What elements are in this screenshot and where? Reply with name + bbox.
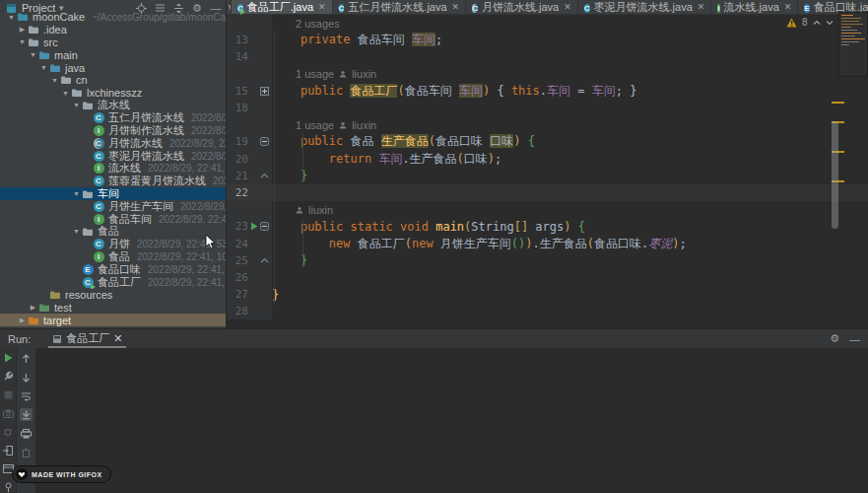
fold-minus-icon[interactable] bbox=[260, 222, 269, 231]
code-line-22[interactable]: 22 bbox=[227, 184, 868, 201]
tree-item-moonCake[interactable]: ▼moonCake~/AccessGroup/gitlab/moonCake bbox=[0, 11, 226, 24]
tree-item-食品口味[interactable]: E食品口味2022/8/29, 22:41, 145 B 6 mi bbox=[0, 263, 226, 276]
tree-item-cn[interactable]: ▼cn bbox=[0, 74, 226, 87]
tree-item-label: moonCake bbox=[33, 11, 85, 23]
hide-icon[interactable]: — bbox=[849, 333, 860, 345]
run-config-tab[interactable]: 食品工厂 ✕ bbox=[48, 329, 126, 348]
bug-icon[interactable] bbox=[2, 426, 15, 438]
pin-icon[interactable] bbox=[2, 481, 15, 493]
tree-item-月饼生产车间[interactable]: C月饼生产车间2022/8/29, 22:41, 89 bbox=[0, 200, 226, 213]
next-warning-icon[interactable] bbox=[826, 20, 834, 26]
scroll-end-icon[interactable] bbox=[20, 408, 33, 421]
code-line-28[interactable]: 28 bbox=[227, 303, 868, 319]
close-icon[interactable]: ✕ bbox=[698, 2, 705, 12]
fold-end-icon[interactable] bbox=[260, 173, 269, 178]
tree-item-食品[interactable]: ▼食品 bbox=[0, 226, 226, 239]
tree-item-target[interactable]: ▶target bbox=[0, 314, 226, 326]
enum-icon: E bbox=[83, 264, 94, 275]
tree-item-车间[interactable]: ▼车间 bbox=[0, 187, 226, 200]
clear-icon[interactable] bbox=[20, 446, 33, 458]
chevron-down-icon[interactable]: ▼ bbox=[60, 90, 71, 97]
tree-item-.idea[interactable]: ▶.idea bbox=[0, 24, 226, 36]
code-token: .生产食品 bbox=[402, 152, 456, 166]
code-line-23[interactable]: 23 public static void main(String[] args… bbox=[227, 218, 868, 235]
chevron-right-icon[interactable]: ▶ bbox=[17, 317, 28, 324]
wrench-icon[interactable] bbox=[2, 371, 15, 383]
gear-icon[interactable]: ⚙ bbox=[830, 332, 839, 345]
tree-item-src[interactable]: ▼src bbox=[0, 36, 226, 49]
tree-item-莲蓉蛋黄月饼流水线[interactable]: C莲蓉蛋黄月饼流水线2022/8/29, 2 bbox=[0, 175, 226, 187]
stop-icon[interactable] bbox=[2, 389, 15, 401]
code-line-15[interactable]: 15 public 食品工厂(食品车间 车间) { this.车间 = 车间; … bbox=[227, 83, 868, 100]
editor-scrollbar[interactable] bbox=[832, 121, 838, 229]
chevron-down-icon[interactable]: ▼ bbox=[71, 190, 82, 197]
run-gutter-icon[interactable] bbox=[250, 222, 258, 231]
down-icon[interactable] bbox=[20, 371, 33, 384]
tree-item-枣泥月饼流水线[interactable]: C枣泥月饼流水线2022/8/29, 22:41, bbox=[0, 150, 226, 163]
tree-item-main[interactable]: ▼main bbox=[0, 48, 226, 61]
close-icon[interactable]: ✕ bbox=[113, 332, 122, 345]
inlay-hint-row[interactable]: liuxin bbox=[227, 201, 868, 218]
tree-item-食品车间[interactable]: I食品车间2022/8/29, 22:41, 231 B 3 bbox=[0, 213, 226, 226]
chevron-down-icon[interactable]: ▼ bbox=[71, 102, 82, 108]
rerun-icon[interactable] bbox=[2, 352, 15, 364]
chevron-down-icon[interactable]: ▼ bbox=[28, 51, 38, 58]
chevron-down-icon[interactable]: ▼ bbox=[71, 228, 82, 235]
tree-item-食品工厂[interactable]: C食品工厂2022/8/29, 22:41, 592 B M mi bbox=[0, 276, 226, 289]
code-line-25[interactable]: 25 } bbox=[227, 252, 868, 269]
tree-item-月饼流水线[interactable]: C月饼流水线2022/8/29, 22:41, 531 B bbox=[0, 137, 226, 150]
chevron-down-icon[interactable]: ▼ bbox=[6, 14, 17, 21]
print-icon[interactable] bbox=[20, 427, 33, 440]
run-console[interactable] bbox=[0, 347, 868, 493]
chevron-down-icon[interactable]: ▼ bbox=[17, 38, 28, 45]
editor-tab-月饼流水线.java[interactable]: C月饼流水线.java✕ bbox=[466, 0, 578, 14]
up-icon[interactable] bbox=[20, 352, 33, 365]
chevron-right-icon[interactable]: ▶ bbox=[28, 304, 38, 312]
chevron-right-icon[interactable]: ▶ bbox=[17, 26, 28, 34]
tree-item-resources[interactable]: resources bbox=[0, 289, 226, 302]
fold-plus-icon[interactable] bbox=[260, 87, 269, 96]
camera-icon[interactable] bbox=[2, 407, 15, 419]
tree-item-月饼[interactable]: C月饼2022/8/29, 22:41, 531 B 2 min bbox=[0, 238, 226, 250]
tree-item-食品[interactable]: I食品2022/8/29, 22:41, 105 B bbox=[0, 250, 226, 263]
error-stripe-mark[interactable] bbox=[832, 102, 844, 104]
tree-item-流水线[interactable]: ▼流水线 bbox=[0, 100, 226, 112]
tree-item-月饼制作流水线[interactable]: I月饼制作流水线2022/8/29, 22:41, bbox=[0, 124, 226, 137]
code-line-24[interactable]: 24 new 食品工厂(new 月饼生产车间()).生产食品(食品口味.枣泥); bbox=[227, 235, 868, 251]
editor-tab-流水线.java[interactable]: I流水线.java✕ bbox=[711, 0, 798, 14]
editor-tab-五仁月饼流水线.java[interactable]: C五仁月饼流水线.java✕ bbox=[333, 0, 467, 14]
close-icon[interactable]: ✕ bbox=[452, 2, 460, 12]
code-line-14[interactable]: 14 bbox=[227, 48, 868, 65]
editor-tab-食品工厂.java[interactable]: C食品工厂.java✕ bbox=[232, 0, 333, 14]
close-icon[interactable]: ✕ bbox=[564, 2, 571, 12]
editor-tab-枣泥月饼流水线.java[interactable]: C枣泥月饼流水线.java✕ bbox=[578, 0, 712, 14]
code-line-21[interactable]: 21 } bbox=[227, 168, 868, 184]
code-line-18[interactable]: 18 bbox=[227, 100, 868, 116]
code-line-20[interactable]: 20 return 车间.生产食品(口味); bbox=[227, 151, 868, 168]
chevron-down-icon[interactable]: ▼ bbox=[49, 77, 60, 84]
code-editor[interactable]: 2 usages13 private 食品车间 车间;141 usageliux… bbox=[227, 15, 868, 319]
code-minimap[interactable] bbox=[838, 12, 868, 77]
tree-item-test[interactable]: ▶test bbox=[0, 301, 226, 314]
code-line-27[interactable]: 27} bbox=[227, 286, 868, 303]
prev-warning-icon[interactable] bbox=[813, 20, 821, 26]
code-line-13[interactable]: 13 private 食品车间 车间; bbox=[227, 32, 868, 48]
softwrap-icon[interactable] bbox=[20, 389, 33, 402]
code-line-26[interactable]: 26 bbox=[227, 269, 868, 286]
exit-icon[interactable] bbox=[2, 445, 15, 457]
fold-end-icon[interactable] bbox=[260, 257, 269, 263]
close-icon[interactable]: ✕ bbox=[318, 2, 326, 12]
inlay-hint-row[interactable]: 2 usages bbox=[227, 15, 868, 32]
tree-item-lxchinesszz[interactable]: ▼lxchinesszz bbox=[0, 87, 226, 100]
inspection-widget[interactable]: 8 bbox=[786, 17, 834, 28]
tree-item-java[interactable]: ▼java bbox=[0, 61, 226, 74]
tree-item-流水线[interactable]: I流水线2022/8/29, 22:41, 176 B 28 m bbox=[0, 163, 226, 176]
code-line-19[interactable]: 19 public 食品 生产食品(食品口味 口味) { bbox=[227, 133, 868, 150]
fold-minus-icon[interactable] bbox=[260, 137, 269, 146]
tree-item-五仁月饼流水线[interactable]: C五仁月饼流水线2022/8/29, 22:41, bbox=[0, 111, 226, 124]
chevron-down-icon[interactable]: ▼ bbox=[38, 64, 49, 71]
close-icon[interactable]: ✕ bbox=[784, 2, 792, 12]
inlay-hint-row[interactable]: 1 usageliuxin bbox=[227, 66, 868, 83]
inlay-hint-row[interactable]: 1 usageliuxin bbox=[227, 116, 868, 133]
line-number: 21 bbox=[227, 170, 248, 182]
